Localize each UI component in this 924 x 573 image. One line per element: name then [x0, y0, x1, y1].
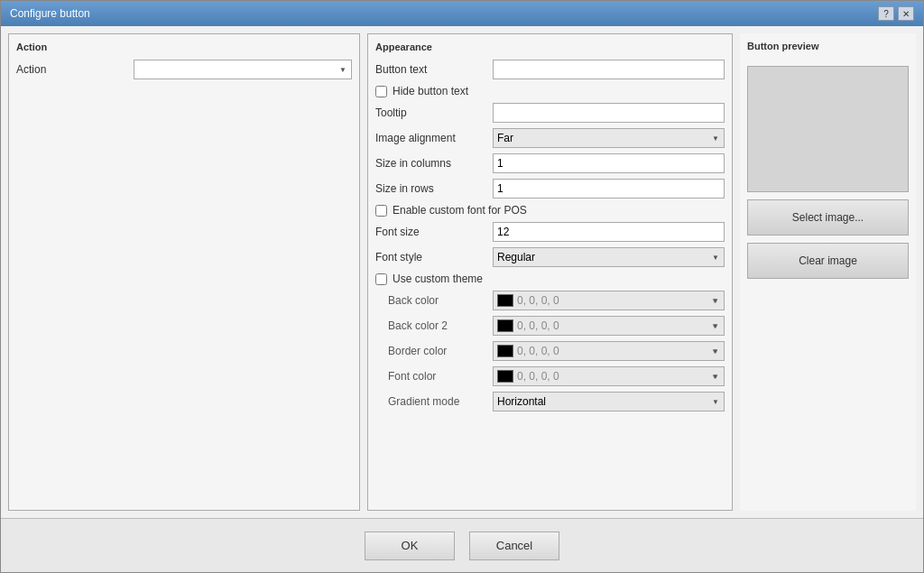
- size-rows-row: Size in rows: [375, 179, 725, 199]
- action-section-label: Action: [16, 42, 352, 52]
- font-color-arrow: ▼: [711, 373, 718, 381]
- font-size-input[interactable]: [493, 222, 725, 242]
- dialog-title: Configure button: [10, 7, 90, 20]
- button-text-label: Button text: [375, 63, 493, 76]
- preview-panel: Button preview Select image... Clear ima…: [740, 33, 916, 511]
- border-color-swatch: [497, 345, 513, 357]
- gradient-mode-row: Gradient mode Horizontal Vertical None: [375, 392, 725, 411]
- help-button[interactable]: ?: [878, 6, 894, 21]
- back-color-swatch: [497, 294, 513, 307]
- back-color-display[interactable]: 0, 0, 0, 0 ▼: [493, 291, 725, 310]
- size-columns-row: Size in columns: [375, 153, 725, 173]
- enable-custom-font-checkbox[interactable]: [375, 205, 387, 217]
- border-color-row: Border color 0, 0, 0, 0 ▼: [375, 341, 725, 361]
- font-style-select[interactable]: Regular Bold Italic Bold Italic: [493, 247, 725, 267]
- border-color-display[interactable]: 0, 0, 0, 0 ▼: [493, 341, 725, 361]
- border-color-value: 0, 0, 0, 0: [517, 345, 559, 357]
- back-color2-wrapper[interactable]: 0, 0, 0, 0 ▼: [493, 316, 725, 336]
- use-custom-theme-label: Use custom theme: [393, 273, 483, 285]
- border-color-wrapper[interactable]: 0, 0, 0, 0 ▼: [493, 341, 725, 361]
- back-color-wrapper[interactable]: 0, 0, 0, 0 ▼: [493, 291, 725, 310]
- gradient-mode-label: Gradient mode: [375, 395, 493, 408]
- font-size-row: Font size: [375, 222, 725, 242]
- hide-button-text-label: Hide button text: [393, 85, 468, 97]
- size-columns-input[interactable]: [493, 153, 725, 173]
- font-color-label: Font color: [375, 370, 493, 383]
- back-color-arrow: ▼: [711, 297, 718, 305]
- preview-section-label: Button preview: [747, 41, 909, 51]
- back-color2-row: Back color 2 0, 0, 0, 0 ▼: [375, 316, 725, 336]
- font-color-row: Font color 0, 0, 0, 0 ▼: [375, 366, 725, 386]
- font-color-wrapper[interactable]: 0, 0, 0, 0 ▼: [493, 366, 725, 386]
- font-style-label: Font style: [375, 251, 493, 263]
- action-panel: Action Action: [8, 33, 360, 511]
- button-text-input[interactable]: [493, 60, 725, 79]
- button-preview-area: [747, 66, 909, 192]
- font-color-display[interactable]: 0, 0, 0, 0 ▼: [493, 366, 725, 386]
- configure-button-dialog: Configure button ? ✕ Action Action Appea…: [0, 0, 924, 573]
- action-select[interactable]: [134, 60, 352, 79]
- back-color2-swatch: [497, 319, 513, 332]
- use-custom-theme-row: Use custom theme: [375, 273, 725, 285]
- font-color-swatch: [497, 370, 513, 383]
- gradient-mode-select[interactable]: Horizontal Vertical None: [493, 392, 725, 411]
- image-alignment-label: Image alignment: [375, 132, 493, 144]
- enable-custom-font-label: Enable custom font for POS: [393, 204, 527, 217]
- image-alignment-select[interactable]: Far Near Center: [493, 128, 725, 148]
- title-bar-controls: ? ✕: [878, 6, 914, 21]
- hide-button-text-row: Hide button text: [375, 85, 725, 97]
- font-style-select-wrapper[interactable]: Regular Bold Italic Bold Italic: [493, 247, 725, 267]
- hide-button-text-checkbox[interactable]: [375, 86, 387, 97]
- cancel-button[interactable]: Cancel: [469, 531, 559, 560]
- back-color2-label: Back color 2: [375, 319, 493, 332]
- action-label: Action: [16, 63, 134, 76]
- enable-custom-font-row: Enable custom font for POS: [375, 204, 725, 217]
- tooltip-row: Tooltip: [375, 103, 725, 123]
- action-field-row: Action: [16, 60, 352, 79]
- image-alignment-select-wrapper[interactable]: Far Near Center: [493, 128, 725, 148]
- use-custom-theme-checkbox[interactable]: [375, 273, 387, 285]
- action-select-wrapper[interactable]: [134, 60, 352, 79]
- button-text-row: Button text: [375, 60, 725, 79]
- gradient-mode-select-wrapper[interactable]: Horizontal Vertical None: [493, 392, 725, 411]
- font-color-value: 0, 0, 0, 0: [517, 370, 559, 383]
- back-color-label: Back color: [375, 294, 493, 307]
- select-image-button[interactable]: Select image...: [747, 199, 909, 236]
- size-columns-label: Size in columns: [375, 157, 493, 170]
- image-alignment-row: Image alignment Far Near Center: [375, 128, 725, 148]
- tooltip-label: Tooltip: [375, 106, 493, 119]
- size-rows-input[interactable]: [493, 179, 725, 199]
- font-size-label: Font size: [375, 226, 493, 238]
- dialog-content: Action Action Appearance Button text: [1, 26, 923, 518]
- ok-button[interactable]: OK: [365, 531, 455, 560]
- back-color2-arrow: ▼: [711, 322, 718, 330]
- title-bar: Configure button ? ✕: [1, 1, 923, 26]
- back-color-value: 0, 0, 0, 0: [517, 294, 559, 307]
- appearance-section-label: Appearance: [375, 42, 725, 52]
- tooltip-input[interactable]: [493, 103, 725, 123]
- font-style-row: Font style Regular Bold Italic Bold Ital…: [375, 247, 725, 267]
- back-color2-display[interactable]: 0, 0, 0, 0 ▼: [493, 316, 725, 336]
- back-color2-value: 0, 0, 0, 0: [517, 319, 559, 332]
- border-color-arrow: ▼: [711, 347, 718, 356]
- close-button[interactable]: ✕: [898, 6, 914, 21]
- size-rows-label: Size in rows: [375, 182, 493, 195]
- back-color-row: Back color 0, 0, 0, 0 ▼: [375, 291, 725, 310]
- border-color-label: Border color: [375, 345, 493, 357]
- bottom-bar: OK Cancel: [1, 518, 923, 572]
- clear-image-button[interactable]: Clear image: [747, 243, 909, 279]
- appearance-panel: Appearance Button text Hide button text …: [367, 33, 733, 511]
